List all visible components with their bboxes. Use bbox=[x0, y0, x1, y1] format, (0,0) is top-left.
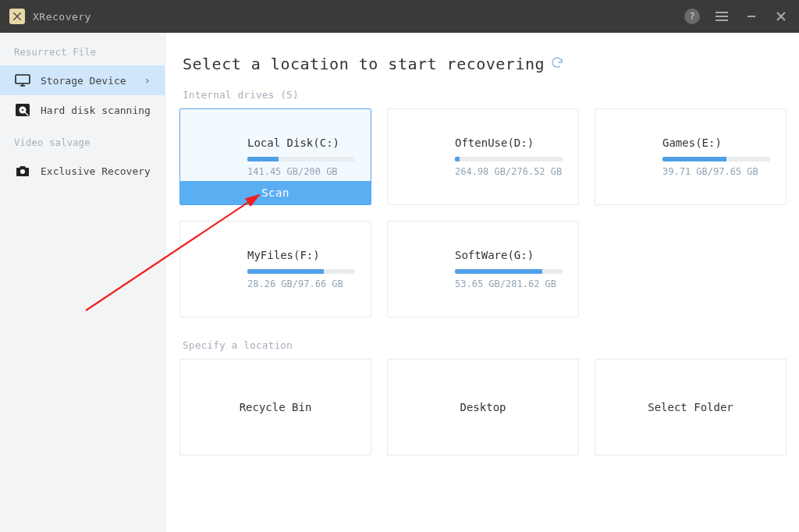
sidebar-item-label: Storage Device bbox=[41, 75, 126, 87]
drive-name: OftenUse(D:) bbox=[455, 137, 563, 149]
monitor-icon bbox=[14, 73, 31, 87]
drives-grid: Local Disk(C:)141.45 GB/200 GBScanOftenU… bbox=[179, 108, 785, 317]
sidebar-item-hard-disk-scanning[interactable]: Hard disk scanning bbox=[0, 95, 165, 125]
drive-card[interactable]: SoftWare(G:)53.65 GB/281.62 GB bbox=[387, 221, 579, 317]
drive-size-text: 264.98 GB/276.52 GB bbox=[455, 166, 563, 177]
titlebar: XRecovery ? bbox=[0, 0, 799, 33]
sidebar-item-label: Hard disk scanning bbox=[41, 105, 151, 116]
drives-section-title: Internal drives (5) bbox=[183, 89, 785, 101]
refresh-icon bbox=[551, 56, 563, 69]
scan-button[interactable]: Scan bbox=[180, 181, 371, 204]
location-card[interactable]: Recycle Bin bbox=[179, 359, 371, 456]
page-heading: Select a location to start recovering bbox=[179, 55, 785, 73]
disk-scan-icon bbox=[14, 103, 31, 117]
drive-usage-bar bbox=[662, 157, 770, 161]
svg-point-6 bbox=[22, 109, 23, 111]
drive-card[interactable]: OftenUse(D:)264.98 GB/276.52 GB bbox=[387, 108, 579, 205]
drive-size-text: 39.71 GB/97.65 GB bbox=[662, 166, 770, 177]
help-button[interactable]: ? bbox=[684, 8, 701, 25]
drive-size-text: 28.26 GB/97.66 GB bbox=[247, 278, 355, 289]
sidebar: Resurrect File Storage Device › Hard dis… bbox=[0, 33, 165, 532]
close-button[interactable] bbox=[772, 8, 790, 25]
minimize-button[interactable] bbox=[743, 8, 760, 25]
drive-size-text: 141.45 GB/200 GB bbox=[247, 166, 355, 177]
drive-card[interactable]: Local Disk(C:)141.45 GB/200 GBScan bbox=[179, 108, 371, 205]
drive-name: Local Disk(C:) bbox=[247, 137, 355, 149]
minimize-icon bbox=[746, 11, 757, 22]
drive-usage-bar bbox=[247, 157, 355, 161]
drive-card[interactable]: MyFiles(F:)28.26 GB/97.66 GB bbox=[179, 221, 371, 317]
drive-usage-bar bbox=[247, 269, 355, 274]
drive-name: MyFiles(F:) bbox=[247, 249, 355, 261]
main-content: Select a location to start recovering In… bbox=[165, 33, 799, 532]
drive-name: SoftWare(G:) bbox=[455, 249, 563, 261]
svg-rect-1 bbox=[16, 75, 30, 83]
app-title: XRecovery bbox=[33, 11, 91, 23]
locations-grid: Recycle BinDesktopSelect Folder bbox=[179, 359, 785, 456]
sidebar-section-resurrect: Resurrect File bbox=[0, 47, 165, 66]
sidebar-item-label: Exclusive Recovery bbox=[41, 165, 151, 177]
app-logo bbox=[9, 9, 25, 24]
camera-icon bbox=[14, 164, 31, 178]
hamburger-icon bbox=[716, 12, 728, 21]
location-card[interactable]: Desktop bbox=[387, 359, 579, 456]
svg-point-7 bbox=[20, 169, 25, 174]
help-icon: ? bbox=[684, 9, 700, 24]
drive-usage-bar bbox=[455, 157, 563, 161]
drive-usage-bar bbox=[455, 269, 563, 274]
locations-section-title: Specify a location bbox=[183, 339, 785, 351]
location-card[interactable]: Select Folder bbox=[595, 359, 787, 456]
drive-card[interactable]: Games(E:)39.71 GB/97.65 GB bbox=[595, 108, 787, 205]
sidebar-item-exclusive-recovery[interactable]: Exclusive Recovery bbox=[0, 156, 165, 186]
page-heading-text: Select a location to start recovering bbox=[183, 55, 545, 73]
close-icon bbox=[776, 11, 787, 22]
sidebar-section-video: Video salvage bbox=[0, 137, 165, 156]
sidebar-item-storage-device[interactable]: Storage Device › bbox=[0, 66, 165, 95]
menu-button[interactable] bbox=[713, 8, 730, 25]
chevron-right-icon: › bbox=[144, 74, 151, 87]
drive-size-text: 53.65 GB/281.62 GB bbox=[455, 278, 563, 289]
refresh-button[interactable] bbox=[551, 56, 563, 72]
drive-name: Games(E:) bbox=[662, 137, 770, 149]
